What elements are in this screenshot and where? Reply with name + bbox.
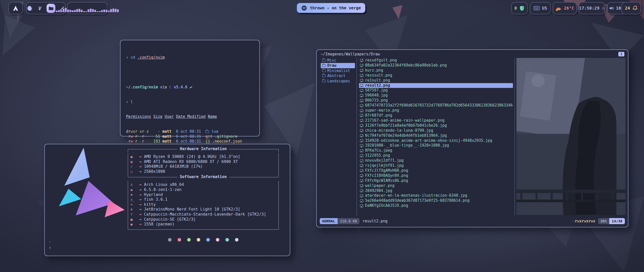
file-row[interactable]: 68747470733a2f2f696d616765732d7769786d70… [359,103,513,108]
file-row[interactable]: FXfcII0X0AQyn9X.png [359,173,513,178]
workspace-files-active[interactable] [47,4,55,13]
file-row[interactable]: 20492984.jpg [359,188,513,193]
file-row[interactable]: ressdfgult.png [359,58,513,63]
visualizer-bar [81,10,83,12]
sidebar-item-minimalist[interactable]: Minimalist [321,68,355,73]
file-row[interactable]: result2.png [359,83,513,88]
color-dot [216,238,219,242]
icons-icon: ▦ [131,217,139,222]
fetch-tilde: ~ [49,240,51,244]
file-row[interactable]: 08a634fa02a32364f69ebc86a98eb1eb.png [359,63,513,68]
file-row[interactable]: FXfcHgcWIAMzs0G.png [359,178,513,183]
file-row[interactable]: atardecer-en-la-montanas-ilustracion-634… [359,193,513,198]
clock-module[interactable]: 17:50:29 [579,2,605,14]
shell-icon: ❯_ [131,197,139,202]
folder-icon [322,59,326,62]
visualizer-bar [88,9,89,12]
image-icon [360,109,363,112]
file-row[interactable]: wallpaper.png [359,183,513,188]
fetch-prompt[interactable]: › [49,246,51,250]
hardware-section-header: Hardware Information [128,148,279,153]
notifications-module[interactable]: 24 [621,2,641,14]
workspace-firefox[interactable] [27,5,33,12]
image-icon [360,184,363,187]
listing-header: Permissions Size User Date Modified Name [126,114,254,119]
file-row[interactable]: 587597.jpg [359,88,513,93]
file-row[interactable]: FXfcJlTXgAMvH6R.png [359,168,513,173]
updates-module[interactable]: 0 [511,2,528,14]
sidebar-item-abstract[interactable]: Abstract [321,73,355,78]
sidebar-item-draw[interactable]: Draw [321,63,355,68]
sidebar-item-misc[interactable]: Misc [321,58,355,63]
visualizer-bar [97,11,98,12]
now-playing-pill[interactable]: thrown - on the verge [297,3,365,13]
file-row[interactable]: 5a266e448add93deab367d87173e9f25-6837886… [359,198,513,203]
visualizer-bar [112,9,114,12]
file-row[interactable]: nnvuv0xj2df71.jpg [359,158,513,163]
keyboard-icon [534,6,540,10]
visualizer-bar [56,11,58,12]
image-icon [360,94,363,97]
color-dot [168,238,172,242]
image-icon [360,129,363,132]
speaker-icon [609,6,614,10]
image-icon [360,84,363,87]
file-row[interactable]: 3122955.png [359,153,513,158]
os-icon: Λ [131,182,139,187]
folder-icon [49,6,54,11]
weather-module[interactable]: 26°C [553,2,577,14]
fetch-row: ▦→Catppuccin-SE [GTK2/3] [131,217,278,222]
file-row[interactable]: 217167-sad-anime-rain-wallpaper.png [359,118,513,123]
file-row[interactable]: kurz.png [359,68,513,73]
image-icon [360,99,363,102]
visualizer-bar [99,11,101,12]
image-icon [360,134,363,137]
visualizer-bar [110,9,112,12]
launcher-button[interactable] [8,2,23,14]
terminal-window[interactable]: › cd .config/nvim ~/.config/nvim via ☾ v… [120,40,260,137]
image-icon [360,139,363,142]
image-icon [360,69,363,72]
file-row[interactable]: 0c794faf07de24a4db4d4fb1eb813964.jpg [359,133,513,138]
file-row[interactable]: super-mario.png [359,108,513,113]
firefox-icon [27,5,33,11]
file-row[interactable]: 87r687df.png [359,113,513,118]
visualizer-bar [103,10,105,12]
color-dot [235,238,238,242]
fetch-window[interactable]: Hardware Information ▣→AMD Ryzen 9 5900X… [44,144,290,256]
keyboard-layout-module[interactable]: US [530,2,551,14]
file-manager-window[interactable]: ~/Imagenes/Wallpapers/Draw 1 MiscDrawMin… [316,49,628,227]
file-row[interactable]: 154928-odinokoe_anime-art-anime-okno-sin… [359,138,513,143]
software-section-header: Software Information [128,176,279,181]
image-preview [516,58,625,215]
visualizer-bar [117,9,119,12]
color-dot [178,238,181,242]
file-row[interactable]: EeNKYgIUcAAJ5JX.png [359,203,513,208]
file-row[interactable]: 596848.jpg [359,93,513,98]
sidebar-item-landscapes[interactable]: Landscapes [321,79,355,84]
fetch-row: ▣→AMD Ryzen 9 5900X (24) @ 4.9GHz [61.3°… [131,154,278,159]
resolution-icon: ▢ [131,169,139,174]
file-row[interactable]: resssult.png [359,73,513,78]
workspace-vim[interactable]: V [37,5,43,12]
file-row[interactable]: 19201080-__blue-tinge__-1920×1080.jpg [359,143,513,148]
memory-icon: ∕ [131,164,139,169]
file-row[interactable]: re1sult.png [359,78,513,83]
file-row[interactable]: 866715.png [359,98,513,103]
arch-logo-icon [12,5,19,12]
audio-visualizer [67,2,107,14]
file-row[interactable]: 3126f7e9bbf21a8a4af0b67b041c6e26.jpg [359,123,513,128]
file-row[interactable]: chica-mirando-la-luna-8799.jpg [359,128,513,133]
folder-icon [322,70,326,72]
visualizer-bar [69,10,71,12]
fetch-row: ⌨→kitty [131,202,278,207]
arch-crystal-logo [50,146,125,224]
pane-divider [514,57,515,216]
visualizer-bar [67,10,69,12]
terminal-icon: ⌨ [131,202,139,207]
file-row[interactable]: 8FKa7Cu.jpeg [359,148,513,153]
color-dot [187,238,191,242]
software-info: Λ→Arch Linux x86_64◉→6.5.8-zen1-1-zen⊞→H… [128,181,279,229]
file-row[interactable]: rsjqojlmjhf91.jpg [359,163,513,168]
tab-badge[interactable]: 1 [618,52,624,56]
